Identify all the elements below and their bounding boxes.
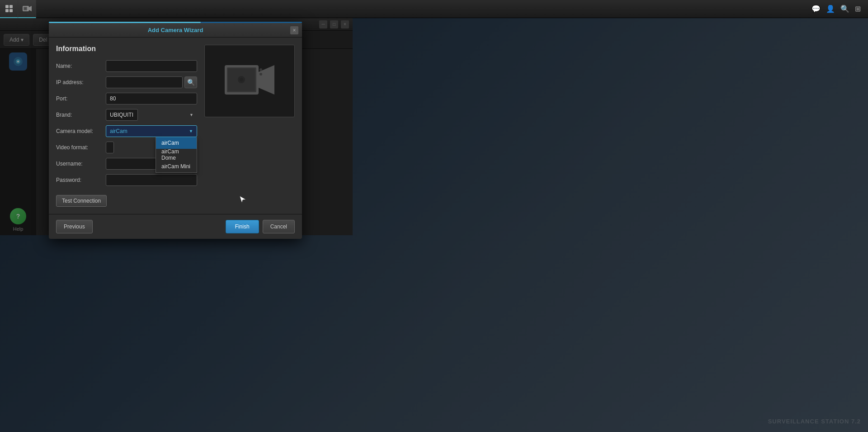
modal-section-title: Information (56, 45, 197, 53)
taskbar-camera-app[interactable] (18, 0, 36, 18)
svg-rect-1 (9, 5, 13, 8)
test-connection-button[interactable]: Test Connection (56, 195, 107, 207)
ip-row: IP address: 🔍 (56, 76, 197, 88)
svg-point-7 (24, 8, 26, 9)
camera-model-label: Camera model: (56, 128, 106, 134)
svg-point-17 (259, 68, 262, 71)
previous-button[interactable]: Previous (56, 220, 93, 233)
svg-rect-0 (5, 5, 9, 8)
ip-input[interactable] (106, 76, 183, 88)
camera-model-dropdown-arrow: ▼ (189, 129, 193, 133)
add-camera-wizard-modal: Add Camera Wizard × Information Name: IP… (49, 22, 302, 239)
ip-search-button[interactable]: 🔍 (184, 76, 197, 88)
camera-model-select[interactable]: airCam ▼ (106, 125, 197, 137)
port-input[interactable] (106, 93, 197, 104)
chat-taskbar-icon[interactable]: 💬 (811, 5, 821, 13)
test-connection-container: Test Connection (56, 191, 197, 207)
user-taskbar-icon[interactable]: 👤 (826, 5, 835, 13)
camera-model-value: airCam (110, 128, 127, 134)
brand-row: Brand: UBIQUITI (56, 109, 197, 121)
dropdown-item-aircam[interactable]: airCam (156, 137, 197, 149)
brand-select[interactable]: UBIQUITI (106, 109, 138, 121)
grid-icon (5, 4, 14, 13)
modal-body: Information Name: IP address: 🔍 (49, 38, 302, 214)
camera-model-row: Camera model: airCam ▼ airCam ai (56, 125, 197, 137)
layout-taskbar-icon[interactable]: ⊞ (855, 5, 861, 13)
name-label: Name: (56, 63, 106, 69)
modal-form: Information Name: IP address: 🔍 (56, 45, 197, 207)
port-label: Port: (56, 95, 106, 102)
taskbar-right: 💬 👤 🔍 ⊞ (811, 5, 868, 13)
finish-button[interactable]: Finish (226, 220, 259, 233)
modal-close-button[interactable]: × (290, 26, 298, 34)
name-input[interactable] (106, 60, 197, 72)
video-format-label: Video format: (56, 144, 106, 151)
password-label: Password: (56, 177, 106, 183)
camera-model-dropdown: airCam airCam Dome airCam Mini (156, 137, 197, 173)
camera-preview-icon (222, 58, 277, 104)
camera-taskbar-icon (22, 5, 32, 13)
modal-overlay: Add Camera Wizard × Information Name: IP… (0, 18, 868, 432)
ip-label: IP address: (56, 79, 106, 85)
video-format-select[interactable] (106, 142, 114, 153)
svg-point-18 (259, 73, 262, 76)
dropdown-item-aircam-dome[interactable]: airCam Dome (156, 149, 197, 161)
camera-preview (204, 45, 295, 117)
ip-input-group: 🔍 (106, 76, 197, 88)
search-icon: 🔍 (187, 79, 195, 86)
search-taskbar-icon[interactable]: 🔍 (840, 5, 849, 13)
svg-rect-2 (5, 9, 9, 12)
cancel-button[interactable]: Cancel (263, 220, 295, 233)
modal-title: Add Camera Wizard (148, 27, 203, 33)
dropdown-item-aircam-mini[interactable]: airCam Mini (156, 161, 197, 172)
port-row: Port: (56, 93, 197, 104)
username-label: Username: (56, 161, 106, 167)
svg-point-16 (240, 78, 243, 81)
modal-titlebar: Add Camera Wizard × (49, 23, 302, 38)
taskbar-apps (0, 0, 36, 18)
footer-right-buttons: Finish Cancel (226, 220, 295, 233)
password-row: Password: (56, 174, 197, 186)
svg-rect-3 (9, 9, 13, 12)
brand-select-wrapper: UBIQUITI (106, 109, 197, 121)
brand-label: Brand: (56, 112, 106, 118)
taskbar: 💬 👤 🔍 ⊞ (0, 0, 868, 18)
taskbar-grid-app[interactable] (0, 0, 18, 18)
svg-marker-5 (29, 6, 32, 11)
password-input[interactable] (106, 174, 197, 186)
name-row: Name: (56, 60, 197, 72)
modal-footer: Previous Finish Cancel (49, 214, 302, 239)
